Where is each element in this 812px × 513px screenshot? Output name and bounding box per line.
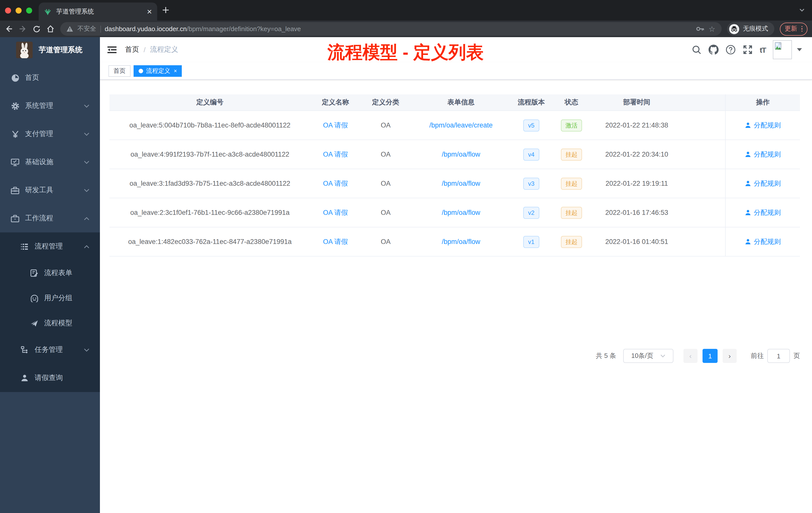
definition-name-link[interactable]: OA 请假 <box>323 208 348 217</box>
breadcrumb-home[interactable]: 首页 <box>125 45 139 54</box>
url-text[interactable]: dashboard.yudao.iocoder.cn/bpm/manager/d… <box>105 25 692 33</box>
new-tab-button[interactable] <box>162 6 170 14</box>
search-icon[interactable] <box>692 45 701 55</box>
sidebar-item-process-form[interactable]: 流程表单 <box>0 261 100 285</box>
window-controls[interactable] <box>5 7 32 13</box>
user-icon <box>745 209 751 216</box>
annotation-overlay: 流程模型 - 定义列表 <box>327 41 484 64</box>
address-bar[interactable]: 不安全 dashboard.yudao.iocoder.cn/bpm/manag… <box>60 22 721 36</box>
next-page-button[interactable]: › <box>723 349 737 363</box>
sidebar-item-infra[interactable]: 基础设施 <box>0 148 100 176</box>
tab-close-icon[interactable]: ✕ <box>147 8 152 15</box>
help-icon[interactable] <box>726 45 736 55</box>
sidebar-item-system[interactable]: 系统管理 <box>0 92 100 120</box>
not-secure-warning-icon[interactable] <box>66 26 73 32</box>
sidebar-item-home[interactable]: 首页 <box>0 64 100 92</box>
sidebar-item-payment[interactable]: 支付管理 <box>0 120 100 148</box>
update-label[interactable]: 更新 <box>785 25 797 33</box>
definition-name-link[interactable]: OA 请假 <box>323 237 348 246</box>
column-header: 部署时间 <box>591 94 682 111</box>
browser-update-button[interactable]: 更新 <box>780 22 808 35</box>
definition-name-link[interactable]: OA 请假 <box>323 150 348 159</box>
page-size-select[interactable]: 10条/页 <box>623 349 673 363</box>
assign-rule-link[interactable]: 分配规则 <box>745 121 781 130</box>
fullscreen-icon[interactable] <box>743 45 753 55</box>
monitor-icon <box>10 158 20 167</box>
bookmark-star-icon[interactable]: ☆ <box>708 25 715 33</box>
avatar-caret-icon[interactable] <box>797 48 802 51</box>
home-icon[interactable] <box>46 25 55 33</box>
sidebar-item-label: 请假查询 <box>35 373 63 383</box>
not-secure-label[interactable]: 不安全 <box>77 25 96 33</box>
goto-label: 前往 <box>751 351 764 360</box>
tag-process-definition[interactable]: 流程定义 × <box>134 65 182 77</box>
sidebar-item-workflow[interactable]: 工作流程 <box>0 204 100 233</box>
sidebar-item-process-management[interactable]: 流程管理 <box>0 233 100 261</box>
chevron-down-icon <box>84 160 89 164</box>
sidebar-item-label: 任务管理 <box>35 345 63 354</box>
column-header: 流程版本 <box>511 94 551 111</box>
goto-page-input[interactable] <box>767 349 790 363</box>
assign-rule-link[interactable]: 分配规则 <box>745 208 781 217</box>
table-row: oa_leave:4:991f2193-7b7f-11ec-a3c8-acde4… <box>110 140 800 169</box>
sidebar-item-label: 研发工具 <box>25 186 53 195</box>
maximize-window-button[interactable] <box>26 7 32 13</box>
list-icon <box>20 243 29 250</box>
cell-definition-id: oa_leave:5:004b710b-7b8a-11ec-8ef0-acde4… <box>110 111 310 140</box>
tag-home[interactable]: 首页 <box>109 65 130 77</box>
form-info-link[interactable]: /bpm/oa/leave/create <box>429 121 493 129</box>
paper-plane-icon <box>30 319 39 327</box>
browser-menu-icon[interactable] <box>801 26 803 32</box>
sidebar-logo[interactable]: 芋道管理系统 <box>0 37 100 62</box>
form-info-link[interactable]: /bpm/oa/flow <box>442 238 480 245</box>
close-window-button[interactable] <box>5 7 11 13</box>
minimize-window-button[interactable] <box>16 7 22 13</box>
definition-name-link[interactable]: OA 请假 <box>323 179 348 188</box>
form-info-link[interactable]: /bpm/oa/flow <box>442 151 480 158</box>
column-header: 状态 <box>551 94 591 111</box>
font-size-icon[interactable]: tT <box>760 46 766 54</box>
tag-close-icon[interactable]: × <box>174 68 177 74</box>
forward-icon[interactable] <box>19 25 27 33</box>
status-badge: 挂起 <box>561 177 582 189</box>
goto-unit: 页 <box>793 351 800 360</box>
sidebar-item-devtools[interactable]: 研发工具 <box>0 176 100 204</box>
browser-tab[interactable]: 芋道管理系统 ✕ <box>39 2 157 21</box>
tag-label: 流程定义 <box>146 66 170 75</box>
dashboard-icon <box>10 73 20 82</box>
incognito-label: 无痕模式 <box>743 25 768 33</box>
cell-definition-id: oa_leave:4:991f2193-7b7f-11ec-a3c8-acde4… <box>110 140 310 169</box>
avatar[interactable] <box>773 40 792 59</box>
yen-icon <box>10 130 20 138</box>
password-key-icon[interactable] <box>696 26 704 32</box>
table-row: oa_leave:3:1fad3d93-7b75-11ec-a3c8-acde4… <box>110 169 800 198</box>
definition-name-link[interactable]: OA 请假 <box>323 121 348 130</box>
broken-image-icon <box>775 42 783 50</box>
cell-deploy-time: 2022-01-22 21:48:38 <box>591 111 682 140</box>
tag-label: 首页 <box>114 66 125 75</box>
form-info-link[interactable]: /bpm/oa/flow <box>442 209 480 216</box>
assign-rule-link[interactable]: 分配规则 <box>745 237 781 246</box>
table-row: oa_leave:5:004b710b-7b8a-11ec-8ef0-acde4… <box>110 111 800 140</box>
form-info-link[interactable]: /bpm/oa/flow <box>442 180 480 187</box>
sidebar-fold-icon[interactable] <box>108 46 117 54</box>
sidebar-item-task-management[interactable]: 任务管理 <box>0 336 100 364</box>
current-page-button[interactable]: 1 <box>702 349 718 363</box>
chevron-down-icon <box>84 104 89 108</box>
cell-deploy-time: 2022-01-22 20:34:10 <box>591 140 682 169</box>
user-icon <box>745 122 751 128</box>
prev-page-button[interactable]: ‹ <box>684 349 697 363</box>
breadcrumb-separator: / <box>144 46 146 54</box>
sidebar-item-leave-query[interactable]: 请假查询 <box>0 364 100 392</box>
sidebar-item-label: 基础设施 <box>25 158 53 167</box>
github-icon[interactable] <box>708 45 719 55</box>
assign-rule-link[interactable]: 分配规则 <box>745 150 781 159</box>
assign-rule-link[interactable]: 分配规则 <box>745 179 781 188</box>
tab-search-chevron-icon[interactable] <box>799 8 805 12</box>
sidebar-item-process-model[interactable]: 流程模型 <box>0 311 100 336</box>
sidebar-item-user-group[interactable]: 用户分组 <box>0 285 100 311</box>
version-badge: v4 <box>523 148 539 160</box>
tags-view: 首页 流程定义 × <box>100 62 812 80</box>
back-icon[interactable] <box>4 25 13 33</box>
reload-icon[interactable] <box>33 25 41 33</box>
